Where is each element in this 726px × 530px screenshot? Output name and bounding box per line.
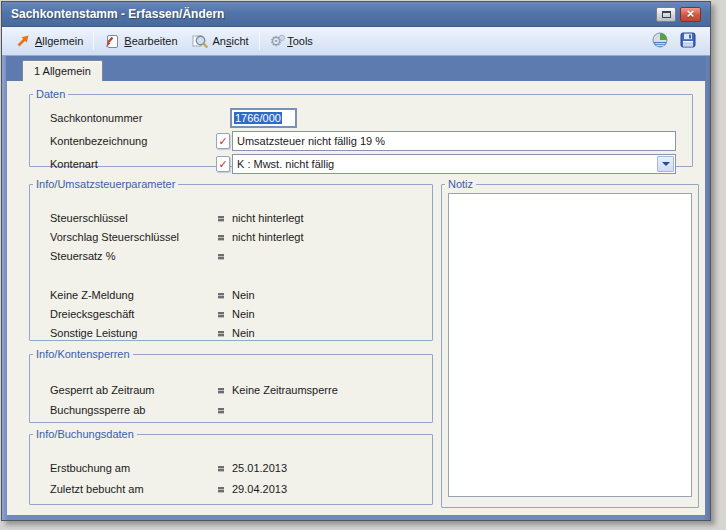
group-buchungsdaten: Info/Buchungsdaten Erstbuchung am 25.01.… <box>29 428 433 505</box>
tab-label: 1 Allgemein <box>34 65 91 77</box>
menu-label: Bearbeiten <box>124 35 177 47</box>
field-kontenart: Kontenart ✓ K : Mwst. nicht fällig <box>30 154 692 174</box>
bullet-icon <box>218 254 224 260</box>
group-daten-legend: Daten <box>33 88 68 100</box>
check-icon[interactable]: ✓ <box>216 133 230 149</box>
close-icon: × <box>687 6 695 21</box>
bullet-icon <box>218 216 224 222</box>
group-kontensperren: Info/Kontensperren Gesperrt ab Zeitraum … <box>29 348 433 423</box>
field-label: Sachkontonummer <box>50 112 142 124</box>
info-row: Zuletzt bebucht am 29.04.2013 <box>30 481 432 497</box>
toolbar-separator <box>259 32 260 50</box>
menu-item-allgemein[interactable]: Allgemein <box>9 31 90 51</box>
globe-package-icon <box>652 32 669 50</box>
info-row: Sonstige Leistung Nein <box>30 325 432 341</box>
close-button[interactable]: × <box>680 7 701 22</box>
info-row: Buchungssperre ab <box>30 402 432 418</box>
check-icon[interactable]: ✓ <box>216 156 230 172</box>
bullet-icon <box>218 388 224 394</box>
group-notiz-legend: Notiz <box>445 178 476 190</box>
field-sachkontonummer: Sachkontonummer 1766/000 <box>30 108 692 128</box>
bullet-icon <box>218 331 224 337</box>
sachkontonummer-input[interactable]: 1766/000 <box>230 108 297 128</box>
group-sperren-legend: Info/Kontensperren <box>33 348 133 360</box>
bullet-icon <box>218 235 224 241</box>
info-row: Gesperrt ab Zeitraum Keine Zeitraumsperr… <box>30 382 432 398</box>
group-daten: Daten Sachkontonummer 1766/000 Kontenbez… <box>29 88 693 167</box>
group-ust-legend: Info/Umsatzsteuerparameter <box>33 178 178 190</box>
info-row: Keine Z-Meldung Nein <box>30 287 432 303</box>
toolbar-right <box>652 32 703 50</box>
content-area: Daten Sachkontonummer 1766/000 Kontenbez… <box>7 81 705 515</box>
menu-item-ansicht[interactable]: Ansicht <box>185 31 256 52</box>
gears-icon: ⚙⚙ <box>270 34 283 48</box>
info-row: Erstbuchung am 25.01.2013 <box>30 460 432 476</box>
group-buchung-legend: Info/Buchungsdaten <box>33 428 137 440</box>
arrow-ne-icon <box>16 34 30 48</box>
info-row: Steuerschlüssel nicht hinterlegt <box>30 210 432 226</box>
titlebar-buttons: × <box>656 7 701 22</box>
bullet-icon <box>218 466 224 472</box>
window-title: Sachkontenstamm - Erfassen/Ändern <box>11 7 224 21</box>
save-icon <box>680 32 696 50</box>
menu-label: Tools <box>287 35 313 47</box>
menu-item-bearbeiten[interactable]: Bearbeiten <box>97 31 184 52</box>
field-label: Kontenart <box>50 158 98 170</box>
app-window: Sachkontenstamm - Erfassen/Ändern × Allg… <box>1 1 711 521</box>
group-notiz: Notiz <box>441 178 699 508</box>
magnifier-icon <box>192 34 208 49</box>
toolbar-separator <box>93 32 94 50</box>
chevron-down-icon[interactable] <box>657 156 674 172</box>
selected-text: 1766/000 <box>234 112 282 124</box>
menu-label: Allgemein <box>35 35 83 47</box>
info-row: Vorschlag Steuerschlüssel nicht hinterle… <box>30 229 432 245</box>
notiz-textarea[interactable] <box>448 193 692 497</box>
tab-strip: 1 Allgemein <box>6 56 706 81</box>
info-row: Dreiecksgeschäft Nein <box>30 306 432 322</box>
toolbar: Allgemein Bearbeiten Ansicht <box>2 27 710 56</box>
bullet-icon <box>218 487 224 493</box>
restore-button[interactable] <box>656 7 676 22</box>
kontenbezeichnung-input[interactable]: Umsatzsteuer nicht fällig 19 % <box>232 131 676 151</box>
kontenart-combobox[interactable]: K : Mwst. nicht fällig <box>232 154 676 174</box>
restore-icon <box>662 11 671 18</box>
bullet-icon <box>218 408 224 414</box>
tab-allgemein[interactable]: 1 Allgemein <box>22 60 103 81</box>
field-kontenbezeichnung: Kontenbezeichnung ✓ Umsatzsteuer nicht f… <box>30 131 692 151</box>
save-button[interactable] <box>680 32 696 50</box>
field-label: Kontenbezeichnung <box>50 135 147 147</box>
bullet-icon <box>218 312 224 318</box>
menu-item-tools[interactable]: ⚙⚙ Tools <box>263 31 320 51</box>
info-row: Steuersatz % <box>30 248 432 264</box>
menu-label: Ansicht <box>213 35 249 47</box>
window-frame: 1 Allgemein Daten Sachkontonummer 1766/0… <box>2 56 710 520</box>
edit-document-icon <box>104 34 119 49</box>
group-umsatzsteuerparameter: Info/Umsatzsteuerparameter Steuerschlüss… <box>29 178 433 341</box>
titlebar: Sachkontenstamm - Erfassen/Ändern × <box>2 2 710 27</box>
globe-package-button[interactable] <box>652 32 669 50</box>
bullet-icon <box>218 293 224 299</box>
